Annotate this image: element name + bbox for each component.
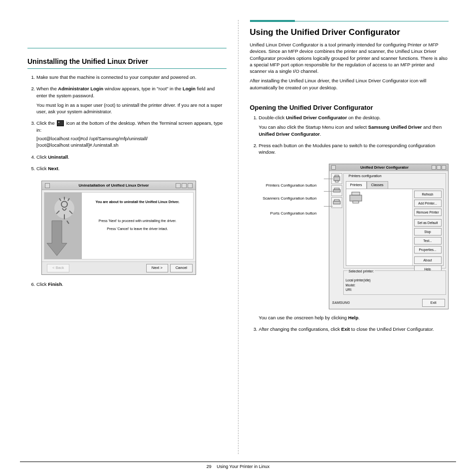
minimize-icon[interactable] <box>176 183 181 188</box>
back-button: < Back <box>47 264 69 272</box>
dialog-headline: You are about to uninstall the Unified L… <box>87 200 188 205</box>
svg-rect-11 <box>352 192 360 195</box>
selected-info: Local printer(idle) Model: URI: <box>346 278 444 291</box>
label-ports: Ports Configuration button <box>270 211 317 216</box>
configurator-title: Using the Unified Driver Configurator <box>250 27 449 37</box>
label-scanners: Scanners Configuration button <box>262 196 316 201</box>
window-icon <box>45 183 50 188</box>
selected-title: Selected printer: <box>348 269 375 274</box>
tab-printers[interactable]: Printers <box>346 181 367 189</box>
svg-rect-10 <box>350 195 362 201</box>
maximize-icon[interactable] <box>437 165 441 170</box>
maximize-icon[interactable] <box>182 183 187 188</box>
properties-button[interactable]: Properties... <box>414 246 442 253</box>
svg-rect-3 <box>334 177 340 181</box>
stop-button[interactable]: Stop <box>414 228 442 236</box>
step-2: When the Administrator Login window appe… <box>36 85 227 115</box>
help-hint: You can use the onscreen help by clickin… <box>259 314 449 321</box>
step-1: Make sure that the machine is connected … <box>36 74 227 80</box>
step-4: Click Uninstall. <box>36 154 227 160</box>
minimize-icon[interactable] <box>432 165 436 170</box>
svg-rect-12 <box>353 201 359 203</box>
ports-config-button[interactable] <box>331 197 342 208</box>
scanners-config-button[interactable] <box>331 185 342 196</box>
cfg-titlebar: Unified Driver Configurator <box>329 164 448 172</box>
intro-paragraph-1: Unified Linux Driver Configurator is a t… <box>250 41 449 74</box>
step-5: Click Next. Uninstallation of Unified Li… <box>36 165 227 275</box>
next-button[interactable]: Next > <box>146 264 168 272</box>
svg-rect-8 <box>333 201 340 204</box>
printer-icon <box>348 191 363 204</box>
section-top-rule <box>250 21 449 21</box>
section-rule-bottom <box>27 68 227 69</box>
right-column: Using the Unified Driver Configurator Un… <box>242 20 457 454</box>
uninstall-title: Uninstalling the Unified Linux Driver <box>27 57 227 65</box>
page-footer: 29 Using Your Printer in Linux <box>0 464 476 469</box>
test-button[interactable]: Test... <box>414 237 442 244</box>
close-icon[interactable] <box>188 183 193 188</box>
svg-rect-4 <box>335 175 339 177</box>
add-printer-button[interactable]: Add Printer... <box>414 200 442 207</box>
leader-line <box>324 191 333 192</box>
configurator-window: Unified Driver Configurator <box>329 164 449 309</box>
uninstall-dialog: Uninstallation of Unified Linux Driver <box>41 181 196 274</box>
intro-paragraph-2: After installing the Unified Linux drive… <box>250 77 449 91</box>
dialog-line3: Press 'Cancel' to leave the driver intac… <box>87 227 188 232</box>
dialog-line2: Press 'Next' to proceed with uninstallin… <box>87 219 188 224</box>
uninstall-steps: Make sure that the machine is connected … <box>36 74 227 287</box>
label-printers: Printers Configuration button <box>266 183 317 188</box>
terminal-icon <box>57 120 64 126</box>
about-button[interactable]: About <box>414 256 442 264</box>
opening-subtitle: Opening the Unified Driver Configurator <box>250 104 449 111</box>
cfg-step-2: Press each button on the Modules pane to… <box>259 142 449 321</box>
group-title: Printers configuration <box>348 174 383 179</box>
tab-classes[interactable]: Classes <box>367 181 388 189</box>
dialog-titlebar: Uninstallation of Unified Linux Driver <box>42 181 196 190</box>
selected-printer-group: Selected printer: Local printer(idle) Mo… <box>343 270 446 295</box>
step-3-code: [root@localhost root]#cd /opt/Samsung/mf… <box>36 135 227 149</box>
cfg-step-1-note: You can also click the Startup Menu icon… <box>259 124 449 137</box>
action-buttons: Refresh Add Printer... Remove Printer Se… <box>412 189 443 265</box>
remove-printer-button[interactable]: Remove Printer <box>414 209 442 216</box>
window-icon <box>331 165 336 170</box>
window-controls <box>176 183 193 188</box>
step-2-note: You must log in as a super user (root) t… <box>36 102 227 115</box>
refresh-button[interactable]: Refresh <box>414 191 442 198</box>
svg-rect-7 <box>334 188 339 190</box>
cancel-button[interactable]: Cancel <box>170 264 193 272</box>
leader-line <box>324 206 333 207</box>
section-rule <box>27 48 227 48</box>
step-3: Click the icon at the bottom of the desk… <box>36 120 227 148</box>
cfg-step-1: Double-click Unified Driver Configurator… <box>259 114 449 137</box>
exit-button[interactable]: Exit <box>422 299 445 307</box>
printers-list[interactable] <box>346 189 412 265</box>
column-divider <box>238 20 238 454</box>
close-icon[interactable] <box>442 165 446 170</box>
footer-rule <box>20 462 456 462</box>
configurator-steps: Double-click Unified Driver Configurator… <box>259 114 449 332</box>
left-column: Uninstalling the Unified Linux Driver Ma… <box>20 20 234 454</box>
samsung-logo: SAMSUNG <box>332 300 350 305</box>
svg-rect-9 <box>334 200 339 201</box>
leader-line <box>324 179 333 179</box>
set-default-button[interactable]: Set as Default <box>414 219 442 227</box>
step-6: Click Finish. <box>36 281 227 287</box>
printers-config-button[interactable] <box>331 173 342 184</box>
page-number: 29 <box>207 464 212 469</box>
svg-rect-5 <box>335 181 338 182</box>
wizard-sidebar-image <box>44 193 82 259</box>
window-controls <box>432 165 446 170</box>
svg-rect-6 <box>333 190 340 192</box>
footer-label: Using Your Printer in Linux <box>217 464 269 469</box>
cfg-step-3: After changing the configurations, click… <box>259 326 449 332</box>
